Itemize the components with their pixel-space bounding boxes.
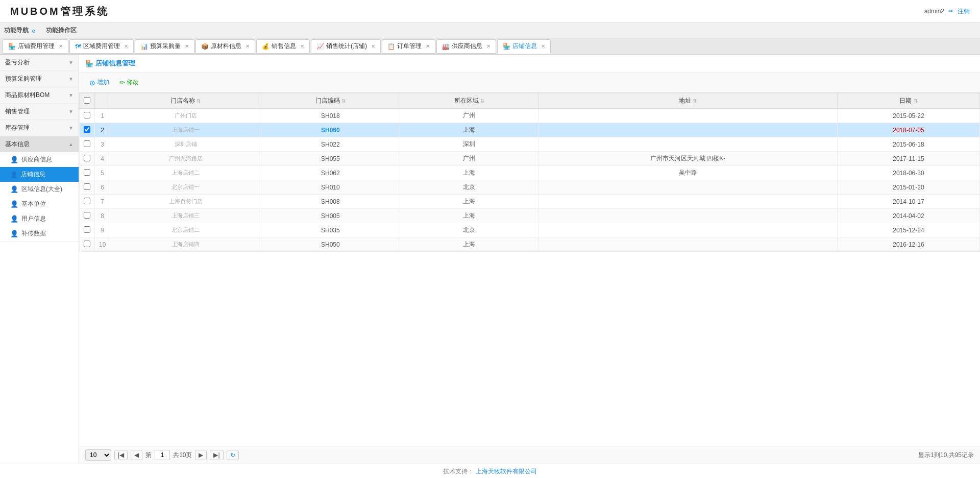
col-date-sort[interactable]: ⇅ — [914, 98, 918, 104]
tab-supplier-info[interactable]: 🏭 供应商信息 ✕ — [436, 39, 496, 54]
content-title-bar: 🏪 店铺信息管理 — [79, 55, 980, 73]
col-store-name[interactable]: 门店名称 ⇅ — [110, 93, 261, 109]
sidebar-section-basic-title[interactable]: 基本信息 ▲ — [0, 136, 79, 152]
row-check-4[interactable] — [80, 152, 95, 166]
table-body: 1 广州门店 SH018 广州 2015-05-22 2 上海店铺一 SH060… — [80, 109, 980, 252]
row-address-9 — [538, 223, 837, 237]
sales-chevron: ▼ — [68, 109, 74, 114]
col-region-sort[interactable]: ⇅ — [480, 98, 484, 104]
add-button[interactable]: ⊕ 增加 — [85, 77, 113, 88]
store-info-icon: 🏪 — [503, 43, 510, 50]
sidebar-section-budget: 预算采购管理 ▼ — [0, 71, 79, 87]
tab-sales-stat[interactable]: 📈 销售统计(店辅) ✕ — [311, 39, 381, 54]
tab-region-fee[interactable]: 🗺 区域费用管理 ✕ — [69, 39, 134, 54]
footer-link[interactable]: 上海天牧软件有限公司 — [476, 468, 537, 475]
row-check-2[interactable] — [80, 123, 95, 137]
sidebar-section-inventory-title[interactable]: 库存管理 ▼ — [0, 120, 79, 136]
table-row[interactable]: 5 上海店铺二 SH062 上海 吴中路 2018-06-30 — [80, 166, 980, 180]
edit-button[interactable]: ✏ 修改 — [115, 77, 143, 88]
tab-budget-close[interactable]: ✕ — [185, 43, 189, 49]
row-check-8[interactable] — [80, 209, 95, 223]
row-code-7: SH008 — [261, 195, 400, 209]
col-store-name-sort[interactable]: ⇅ — [197, 98, 201, 104]
table-row[interactable]: 4 广州九河路店 SH055 广州 广州市天河区天河城 四楼K- 2017-11… — [80, 152, 980, 166]
tab-store-fee-close[interactable]: ✕ — [59, 43, 63, 49]
nav-collapse-icon[interactable]: « — [32, 27, 36, 35]
col-select-all[interactable] — [80, 93, 95, 109]
region-fee-icon: 🗺 — [75, 43, 81, 50]
tab-sales-close[interactable]: ✕ — [300, 43, 304, 49]
row-address-5: 吴中路 — [538, 166, 837, 180]
table-row[interactable]: 2 上海店铺一 SH060 上海 2018-07-05 — [80, 123, 980, 137]
next-page-button[interactable]: ▶ — [195, 450, 207, 460]
table-row[interactable]: 1 广州门店 SH018 广州 2015-05-22 — [80, 109, 980, 123]
tab-material-close[interactable]: ✕ — [246, 43, 250, 49]
col-store-code[interactable]: 门店编码 ⇅ — [261, 93, 400, 109]
col-region-label: 所在区域 — [454, 97, 479, 104]
tab-store-info[interactable]: 🏪 店铺信息 ✕ — [497, 39, 551, 54]
sidebar-item-supplier[interactable]: 👤 供应商信息 — [0, 152, 79, 167]
tab-order-close[interactable]: ✕ — [426, 43, 430, 49]
row-name-7: 上海百货门店 — [110, 195, 261, 209]
row-address-10 — [538, 237, 837, 252]
logout-link[interactable]: 注销 — [958, 7, 970, 16]
row-check-3[interactable] — [80, 137, 95, 152]
store-sidebar-icon: 👤 — [10, 171, 18, 178]
edit-user-icon[interactable]: ✏ — [948, 8, 953, 15]
sidebar-section-budget-title[interactable]: 预算采购管理 ▼ — [0, 71, 79, 87]
page-size-select[interactable]: 10 20 50 100 — [85, 449, 111, 461]
tab-supplier-info-close[interactable]: ✕ — [486, 43, 491, 49]
order-icon: 📋 — [387, 43, 395, 50]
select-all-checkbox[interactable] — [84, 97, 90, 104]
first-page-button[interactable]: |◀ — [114, 450, 128, 460]
row-check-7[interactable] — [80, 195, 95, 209]
table-row[interactable]: 3 深圳店铺 SH022 深圳 2015-06-18 — [80, 137, 980, 152]
last-page-button[interactable]: ▶| — [210, 450, 223, 460]
tab-sales-label: 销售信息 — [272, 42, 296, 51]
tab-order[interactable]: 📋 订单管理 ✕ — [382, 39, 435, 54]
sidebar-item-region[interactable]: 👤 区域信息(大全) — [0, 182, 79, 197]
table-row[interactable]: 9 北京店铺二 SH035 北京 2015-12-24 — [80, 223, 980, 237]
row-check-9[interactable] — [80, 223, 95, 237]
tab-region-fee-label: 区域费用管理 — [83, 42, 120, 51]
row-check-5[interactable] — [80, 166, 95, 180]
prev-page-button[interactable]: ◀ — [131, 450, 142, 460]
tab-store-info-close[interactable]: ✕ — [541, 43, 545, 49]
row-address-7 — [538, 195, 837, 209]
tab-sales[interactable]: 💰 销售信息 ✕ — [256, 39, 310, 54]
table-row[interactable]: 6 北京店铺一 SH010 北京 2015-01-20 — [80, 180, 980, 195]
col-date[interactable]: 日期 ⇅ — [837, 93, 979, 109]
col-address-sort[interactable]: ⇅ — [693, 98, 697, 104]
col-address[interactable]: 地址 ⇅ — [538, 93, 837, 109]
col-region[interactable]: 所在区域 ⇅ — [400, 93, 538, 109]
tab-material[interactable]: 📦 原材料信息 ✕ — [195, 39, 255, 54]
row-address-4: 广州市天河区天河城 四楼K- — [538, 152, 837, 166]
sidebar-section-profit-title[interactable]: 盈亏分析 ▼ — [0, 55, 79, 70]
tab-budget[interactable]: 📊 预算采购量 ✕ — [135, 39, 194, 54]
refresh-button[interactable]: ↻ — [227, 450, 239, 460]
row-check-1[interactable] — [80, 109, 95, 123]
row-check-6[interactable] — [80, 180, 95, 195]
sidebar-item-store[interactable]: 👤 店铺信息 — [0, 167, 79, 182]
sales-icon: 💰 — [262, 43, 270, 50]
sidebar-item-user[interactable]: 👤 用户信息 — [0, 211, 79, 226]
row-date-9: 2015-12-24 — [837, 223, 979, 237]
tab-region-fee-close[interactable]: ✕ — [124, 43, 128, 49]
sidebar-item-unit[interactable]: 👤 基本单位 — [0, 197, 79, 211]
table-row[interactable]: 8 上海店铺三 SH005 上海 2014-04-02 — [80, 209, 980, 223]
tab-material-label: 原材料信息 — [211, 42, 241, 51]
current-page-input[interactable] — [155, 450, 170, 460]
tab-store-fee[interactable]: 🏪 店铺费用管理 ✕ — [3, 39, 68, 54]
add-icon: ⊕ — [89, 79, 95, 87]
row-date-5: 2018-06-30 — [837, 166, 979, 180]
table-row[interactable]: 10 上海店铺四 SH050 上海 2016-12-16 — [80, 237, 980, 252]
table-row[interactable]: 7 上海百货门店 SH008 上海 2014-10-17 — [80, 195, 980, 209]
row-name-1: 广州门店 — [110, 109, 261, 123]
row-check-10[interactable] — [80, 237, 95, 252]
page-total-label: 共10页 — [173, 451, 192, 460]
sidebar-section-sales-title[interactable]: 销售管理 ▼ — [0, 104, 79, 119]
sidebar-item-supplement[interactable]: 👤 补传数据 — [0, 226, 79, 241]
sidebar-section-bom-title[interactable]: 商品原材料BOM ▼ — [0, 87, 79, 103]
col-store-code-sort[interactable]: ⇅ — [341, 98, 346, 104]
tab-sales-stat-close[interactable]: ✕ — [371, 43, 375, 49]
